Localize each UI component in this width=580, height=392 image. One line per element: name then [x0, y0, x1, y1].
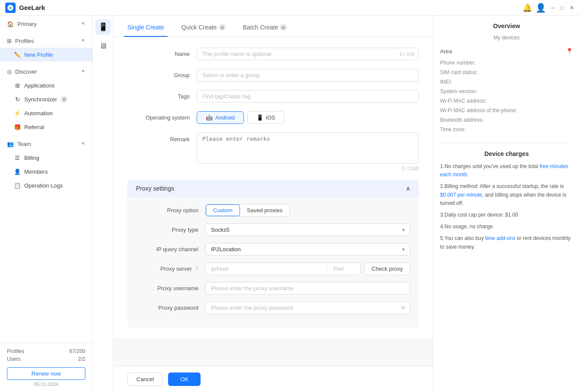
renew-now-button[interactable]: Renew now — [7, 367, 85, 380]
applications-label: Applications — [24, 82, 55, 89]
title-bar-controls: 🔔 👤 ─ □ ✕ — [522, 3, 575, 13]
name-input[interactable] — [197, 48, 419, 60]
new-profile-label: New Profile — [24, 52, 53, 58]
referral-icon: 🎁 — [14, 123, 21, 130]
sidebar-item-billing[interactable]: ☰ Billing — [0, 151, 92, 165]
proxy-username-input[interactable] — [205, 282, 410, 295]
panel-divider — [440, 143, 573, 143]
password-toggle-icon[interactable]: 👁 — [401, 305, 406, 311]
proxy-password-input[interactable] — [205, 301, 410, 314]
form-scroll: Name 0 / 100 Group — [113, 37, 433, 366]
sidebar-item-new-profile[interactable]: ✏️ New Profile — [0, 48, 92, 62]
tab-single-create[interactable]: Single Create — [124, 24, 168, 37]
sidebar-item-automation[interactable]: ⚡ Automation — [0, 106, 92, 120]
tags-field-wrap — [197, 90, 419, 103]
sidebar-footer: Profiles 67/200 Users 2/2 Renew now 05-1… — [0, 343, 92, 392]
charge-item-5: 5.You can also buy time add-ons or rent … — [440, 234, 573, 251]
ip-query-row: IP query channel IP2Location ipinfo.io i… — [136, 243, 410, 256]
sidebar-item-synchronizer[interactable]: ↻ Synchronizer ⊖ — [0, 92, 92, 106]
notification-icon[interactable]: 🔔 — [522, 3, 532, 13]
ok-button[interactable]: OK — [168, 373, 201, 386]
referral-label: Referral — [24, 124, 44, 130]
rail-phone-icon[interactable]: 📱 — [95, 19, 111, 35]
maximize-button[interactable]: □ — [559, 5, 565, 11]
users-stat-label: Users — [7, 356, 20, 362]
discover-chevron: ▲ — [81, 69, 85, 74]
proxy-server-row: Proxy server ? : Check proxy — [136, 262, 410, 275]
phone-number-row: Phone number: — [440, 60, 573, 66]
tags-label: Tags — [127, 90, 197, 100]
ios-label: iOS — [266, 114, 275, 121]
os-label: Operating system — [127, 111, 197, 121]
proxy-password-row: Proxy password 👁 — [136, 301, 410, 314]
app-name: GeeLark — [19, 4, 45, 11]
new-profile-icon: ✏️ — [14, 51, 21, 58]
profiles-stats: Profiles 67/200 — [7, 348, 85, 354]
proxy-server-help-icon: ? — [195, 266, 198, 272]
minimize-button[interactable]: ─ — [550, 5, 556, 11]
sidebar-item-members[interactable]: 👤 Members — [0, 165, 92, 178]
team-header[interactable]: 👥 Team ▲ — [0, 137, 92, 151]
tab-quick-create[interactable]: Quick Create ⊖ — [178, 24, 229, 37]
area-location-icon[interactable]: 📍 — [566, 48, 573, 55]
profiles-header[interactable]: ⊞ Profiles ▲ — [0, 34, 92, 48]
team-icon: 👥 — [7, 141, 14, 147]
cancel-button[interactable]: Cancel — [127, 373, 163, 386]
proxy-collapse-icon: ∧ — [406, 185, 410, 192]
system-version-row: System version: — [440, 88, 573, 94]
home-icon: 🏠 — [7, 21, 14, 27]
custom-proxy-button[interactable]: Custom — [206, 204, 240, 216]
proxy-header[interactable]: Proxy settings ∧ — [127, 180, 419, 197]
remark-field-wrap: 0 / 1500 — [197, 133, 419, 171]
profiles-section: ⊞ Profiles ▲ ✏️ New Profile — [0, 32, 92, 63]
remark-textarea[interactable] — [197, 133, 419, 164]
team-section: 👥 Team ▲ ☰ Billing 👤 Members 📋 Operation… — [0, 136, 92, 194]
sidebar-item-referral[interactable]: 🎁 Referral — [0, 120, 92, 134]
rail-monitor-icon[interactable]: 🖥 — [95, 38, 111, 54]
proxy-port-field[interactable] — [330, 263, 360, 275]
sidebar-item-operation-logs[interactable]: 📋 Operation Logs — [0, 178, 92, 192]
check-proxy-button[interactable]: Check proxy — [364, 262, 410, 275]
sync-icon: ↻ — [14, 96, 21, 103]
charge-item-4: 4.No usage, no charge. — [440, 223, 573, 231]
ip-query-select-wrap: IP2Location ipinfo.io ip-api.com ▼ — [205, 243, 410, 256]
proxy-type-select[interactable]: Socks5 HTTP HTTPS SOCKS4 — [205, 224, 410, 236]
discover-label: Discover — [15, 68, 37, 75]
tags-input[interactable] — [197, 90, 419, 103]
os-row: Operating system 🤖 Android 📱 iOS — [127, 111, 419, 124]
my-devices-label: My devices — [440, 35, 573, 41]
area-row: Area 📍 — [440, 48, 573, 55]
timezone-row: Time zone: — [440, 126, 573, 133]
tabs-bar: Single Create Quick Create ⊖ Batch Creat… — [113, 16, 433, 37]
sidebar-item-applications[interactable]: ⊞ Applications — [0, 78, 92, 92]
proxy-body: Proxy option Custom Saved proxies Proxy … — [127, 197, 419, 328]
primary-header[interactable]: 🏠 Primary ▲ — [0, 17, 92, 31]
title-bar-left: GeeLark — [5, 3, 45, 13]
users-stat-count: 2/2 — [78, 356, 85, 362]
saved-proxies-button[interactable]: Saved proxies — [240, 204, 289, 216]
proxy-username-label: Proxy username — [136, 285, 205, 292]
proxy-settings-section: Proxy settings ∧ Proxy option Custom Sav… — [127, 180, 419, 328]
tab-quick-create-label: Quick Create — [181, 24, 217, 31]
android-button[interactable]: 🤖 Android — [197, 111, 244, 124]
group-input[interactable] — [197, 69, 419, 81]
sync-badge: ⊖ — [61, 96, 68, 103]
tags-row: Tags — [127, 90, 419, 103]
profiles-stat-count: 67/200 — [69, 348, 85, 354]
ios-icon: 📱 — [256, 114, 263, 121]
billing-label: Billing — [24, 155, 39, 161]
ios-button[interactable]: 📱 iOS — [247, 111, 285, 124]
proxy-ip-field[interactable] — [206, 263, 325, 275]
tab-batch-create[interactable]: Batch Create ⊖ — [240, 24, 291, 37]
action-bar: Cancel OK — [113, 366, 433, 392]
user-icon[interactable]: 👤 — [535, 3, 546, 13]
discover-header[interactable]: ◎ Discover ▲ — [0, 65, 92, 78]
system-version-label: System version: — [440, 88, 509, 94]
profiles-stat-label: Profiles — [7, 348, 24, 354]
ip-query-select[interactable]: IP2Location ipinfo.io ip-api.com — [205, 243, 410, 256]
sidebar-date: 05-11-2024 — [7, 382, 85, 387]
users-stats: Users 2/2 — [7, 356, 85, 362]
remark-row: Remark 0 / 1500 — [127, 133, 419, 171]
close-button[interactable]: ✕ — [569, 5, 575, 11]
proxy-server-label: Proxy server ? — [136, 266, 205, 272]
